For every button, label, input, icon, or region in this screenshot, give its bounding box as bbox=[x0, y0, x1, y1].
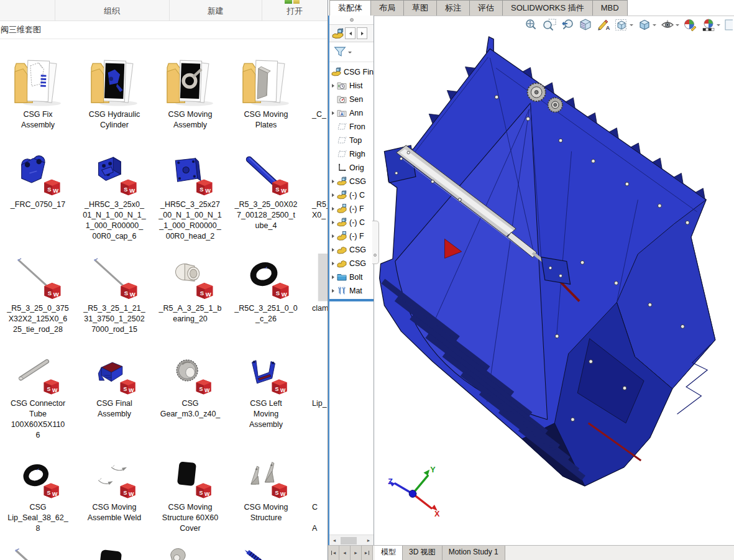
feature-tree-item[interactable]: (-) F bbox=[329, 202, 374, 216]
feature-tree-item[interactable]: AAnn bbox=[329, 106, 374, 120]
feature-tree-item[interactable]: Top bbox=[329, 134, 374, 147]
assembly-model[interactable]: Z Y X bbox=[328, 16, 734, 546]
folder-item[interactable]: CSG Moving Assembly bbox=[152, 47, 228, 131]
breadcrumb[interactable]: 阀三维套图 bbox=[0, 21, 328, 39]
hide-show-annotations-button[interactable]: A bbox=[595, 17, 612, 32]
expand-arrow-icon[interactable] bbox=[332, 275, 334, 279]
file-item[interactable]: Lip_ bbox=[304, 352, 328, 409]
file-item[interactable]: C A bbox=[304, 456, 328, 534]
file-item[interactable]: SW bbox=[0, 543, 76, 560]
ribbon-tab-assembly[interactable]: 装配体 bbox=[329, 0, 371, 16]
file-item[interactable]: SW bbox=[152, 543, 228, 560]
file-item[interactable]: SW_HR5C_3_25x27 _00_N_1_00_N_1 _1_000_R0… bbox=[152, 151, 228, 242]
file-item[interactable]: SWCSG Moving Structure 60X60 Cover bbox=[152, 456, 228, 534]
file-item[interactable]: SW_C_ bbox=[304, 47, 328, 120]
file-item[interactable]: SW_R5_3_25_00X02 7_00128_2500_t ube_4 bbox=[228, 151, 304, 231]
zoom-to-fit-button[interactable] bbox=[523, 17, 539, 32]
ribbon-tab-2[interactable]: 草图 bbox=[403, 0, 437, 16]
feature-tree-item[interactable]: (-) F bbox=[329, 229, 374, 243]
file-item[interactable]: SWCSG Connector Tube 100X60X5X110 6 bbox=[0, 352, 76, 441]
scroll-right-icon[interactable]: ► bbox=[364, 536, 374, 546]
feature-tree-item[interactable]: Hist bbox=[329, 79, 374, 93]
feature-tree-item[interactable]: Sen bbox=[329, 93, 374, 106]
rollback-bar[interactable] bbox=[329, 299, 374, 301]
feature-tree-item[interactable]: (-) C bbox=[329, 216, 374, 229]
expand-arrow-icon[interactable] bbox=[332, 234, 334, 238]
expand-arrow-icon[interactable] bbox=[332, 221, 334, 224]
prev-frame-button[interactable]: ◄ bbox=[339, 546, 351, 560]
tree-horizontal-scrollbar[interactable]: ◄ ► bbox=[329, 535, 374, 546]
chevron-down-icon[interactable] bbox=[717, 24, 720, 28]
chevron-down-icon[interactable] bbox=[630, 24, 633, 28]
file-item[interactable]: SW_HR5C_3_25x0_ 01_N_1_00_N_1_ 1_000_R00… bbox=[76, 151, 152, 242]
file-item[interactable]: SW_R5_A_3_25_1_b earing_20 bbox=[152, 254, 228, 324]
panel-splitter-handle[interactable] bbox=[372, 221, 379, 264]
file-item[interactable]: SWCSG Left Moving Assembly bbox=[228, 352, 304, 430]
file-item[interactable]: SW bbox=[76, 543, 152, 560]
file-item[interactable]: _R5_ X0_ bbox=[304, 151, 328, 221]
file-item[interactable]: SWCSG Gear_m3.0_z40_ bbox=[152, 352, 228, 420]
view-tab-1[interactable]: 3D 视图 bbox=[403, 546, 443, 560]
file-item[interactable]: SW_R5_3_25_0_375 X32X2_125X0_6 25_tie_ro… bbox=[0, 254, 76, 335]
expand-arrow-icon[interactable] bbox=[332, 262, 334, 265]
tab-scroll-left-button[interactable] bbox=[345, 27, 356, 39]
folder-item[interactable]: CSG Moving Plates bbox=[228, 47, 304, 131]
file-item[interactable]: SWCSG Moving Structure bbox=[228, 456, 304, 523]
zoom-to-area-button[interactable] bbox=[541, 17, 557, 32]
ribbon-tab-3[interactable]: 标注 bbox=[436, 0, 470, 16]
expand-arrow-icon[interactable] bbox=[332, 193, 334, 197]
file-item[interactable]: SWCSG Final Assembly bbox=[76, 352, 152, 420]
folder-item[interactable]: CSG Fix Assembly bbox=[0, 47, 76, 131]
next-frame-button[interactable]: ► bbox=[351, 546, 362, 560]
tree-filter-button[interactable] bbox=[329, 42, 374, 62]
feature-tree-item[interactable]: Mat bbox=[329, 284, 374, 298]
view-tab-0[interactable]: 模型 bbox=[375, 546, 403, 560]
file-item[interactable]: SWCSG Lip_Seal_38_62_ 8 bbox=[0, 456, 76, 534]
feature-tree-item[interactable]: Bolt bbox=[329, 270, 374, 284]
folder-item[interactable]: CSG Hydraulic Cylinder bbox=[76, 47, 152, 131]
feature-tree-item[interactable]: CSG bbox=[329, 243, 374, 257]
previous-view-button[interactable] bbox=[559, 17, 576, 32]
feature-tree-item[interactable]: Righ bbox=[329, 147, 374, 161]
file-item[interactable]: SW_FRC_0750_17 bbox=[0, 151, 76, 210]
file-item[interactable]: SWCSG Moving Assemble Weld bbox=[76, 456, 152, 523]
expand-arrow-icon[interactable] bbox=[332, 111, 334, 115]
ribbon-group-new[interactable]: 新建 bbox=[169, 0, 262, 21]
display-style-button[interactable] bbox=[636, 17, 658, 32]
feature-tree-item[interactable]: CSG bbox=[329, 175, 374, 188]
ribbon-tab-5[interactable]: SOLIDWORKS 插件 bbox=[502, 0, 593, 16]
feature-tree-item[interactable]: Fron bbox=[329, 120, 374, 134]
view-tab-2[interactable]: Motion Study 1 bbox=[443, 546, 505, 560]
expand-arrow-icon[interactable] bbox=[332, 84, 334, 88]
feature-tree-item[interactable]: Orig bbox=[329, 161, 374, 175]
chevron-down-icon[interactable] bbox=[653, 24, 656, 28]
featuremanager-tab[interactable] bbox=[332, 28, 344, 39]
chevron-down-icon[interactable] bbox=[676, 24, 679, 28]
tab-scroll-right-button[interactable] bbox=[357, 27, 367, 39]
view-settings-button[interactable] bbox=[723, 17, 733, 32]
expand-arrow-icon[interactable] bbox=[332, 248, 334, 252]
expand-arrow-icon[interactable] bbox=[332, 207, 334, 211]
hide-show-items-button[interactable] bbox=[659, 17, 681, 32]
file-item[interactable]: SW_R5_3_25_1_21_ 31_3750_1_2502 7000_rod… bbox=[76, 254, 152, 335]
ribbon-tab-1[interactable]: 布局 bbox=[370, 0, 404, 16]
section-view-button[interactable] bbox=[577, 17, 594, 32]
file-item-selected[interactable]: clam bbox=[304, 254, 328, 314]
view-orientation-button[interactable] bbox=[613, 17, 635, 32]
file-item[interactable]: SW bbox=[228, 543, 304, 560]
expand-arrow-icon[interactable] bbox=[332, 289, 334, 293]
feature-tree-item[interactable]: (-) C bbox=[329, 188, 374, 202]
ribbon-tab-6[interactable]: MBD bbox=[592, 0, 628, 16]
expand-arrow-icon[interactable] bbox=[332, 180, 334, 183]
panel-collapse-handle[interactable] bbox=[329, 16, 374, 25]
first-frame-button[interactable]: ◄ bbox=[328, 546, 339, 560]
scrollbar-thumb[interactable] bbox=[341, 537, 357, 544]
graphics-area[interactable]: Z Y X A bbox=[328, 16, 734, 546]
file-item[interactable]: SW_R5C_3_251_0_0 _c_26 bbox=[228, 254, 304, 324]
edit-appearance-button[interactable] bbox=[682, 17, 699, 32]
apply-scene-button[interactable] bbox=[700, 17, 722, 32]
feature-tree-item[interactable]: CSG bbox=[329, 257, 374, 270]
feature-tree-root[interactable]: CSG Fin bbox=[329, 65, 374, 79]
ribbon-tab-4[interactable]: 评估 bbox=[469, 0, 503, 16]
scroll-left-icon[interactable]: ◄ bbox=[329, 536, 339, 546]
